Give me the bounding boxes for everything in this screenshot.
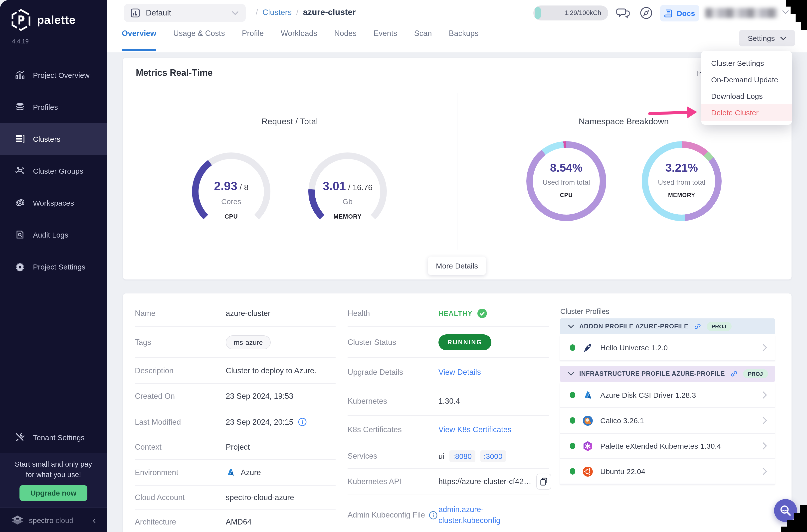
namespace-breakdown-title: Namespace Breakdown	[524, 117, 723, 127]
sidebar-item-profiles[interactable]: Profiles	[0, 91, 107, 123]
profile-item-hello-universe[interactable]: Hello Universe 1.2.0	[560, 335, 775, 361]
more-details-button[interactable]: More Details	[428, 256, 486, 275]
view-k8s-certificates-link[interactable]: View K8s Certificates	[438, 425, 511, 434]
status-dot	[570, 392, 575, 398]
tab-workloads[interactable]: Workloads	[281, 29, 317, 40]
namespace-cpu-percent: 8.54%	[526, 161, 606, 175]
profile-item-name: Palette eXtended Kubernetes 1.30.4	[600, 442, 721, 450]
chevron-down-icon	[232, 11, 239, 15]
row-value: Project	[226, 443, 250, 452]
tab-nodes[interactable]: Nodes	[334, 29, 356, 40]
link-icon[interactable]	[693, 322, 701, 330]
profile-item-calico[interactable]: Calico 3.26.1	[560, 408, 775, 434]
palette-logo[interactable]: palette	[11, 9, 76, 31]
service-port-link[interactable]: :8080	[450, 451, 475, 462]
info-icon[interactable]	[429, 511, 438, 519]
brand-name: palette	[37, 13, 76, 27]
tab-scan[interactable]: Scan	[414, 29, 432, 40]
memory-total-value: 16.76	[352, 183, 372, 192]
tab-backups[interactable]: Backups	[449, 29, 479, 40]
row-label: Services	[348, 452, 377, 461]
usage-quota-text: 1.29/100kCh	[565, 9, 601, 17]
azure-icon	[226, 468, 236, 477]
proj-badge: PROJ	[743, 369, 768, 378]
namespace-memory-percent: 3.21%	[642, 161, 721, 175]
ubuntu-icon	[582, 466, 593, 477]
copy-button[interactable]	[536, 474, 551, 490]
chat-icon[interactable]	[616, 6, 630, 20]
settings-button[interactable]: Settings	[739, 30, 795, 46]
row-value: Cluster to deploy to Azure.	[226, 366, 317, 375]
profile-item-ubuntu[interactable]: Ubuntu 22.04	[560, 459, 775, 484]
menu-item-on-demand-update[interactable]: On-Demand Update	[701, 71, 792, 88]
row-label: Kubernetes API	[348, 477, 401, 486]
sidebar-item-label: Cluster Groups	[33, 167, 84, 175]
sidebar-collapse-icon[interactable]: ‹	[93, 515, 96, 525]
tab-profile[interactable]: Profile	[242, 29, 264, 40]
user-chevron-down-icon[interactable]	[782, 10, 789, 15]
detail-row-tags: Tags ms-azure	[135, 327, 335, 358]
azure-icon	[582, 390, 593, 400]
search-icon	[779, 504, 792, 517]
metrics-card: Metrics Real-Time In Request / Total 2.9…	[123, 58, 791, 280]
sidebar-item-project-settings[interactable]: Project Settings	[0, 250, 107, 283]
slash: /	[239, 183, 242, 192]
infrastructure-profile-header[interactable]: INFRASTRUCTURE PROFILE AZURE-PROFILE PRO…	[560, 366, 775, 382]
addon-profile-header[interactable]: ADDON PROFILE AZURE-PROFILE PROJ	[560, 318, 775, 335]
row-label: K8s Certificates	[348, 425, 402, 434]
sidebar-item-audit-logs[interactable]: Audit Logs	[0, 218, 107, 250]
row-label: Cloud Account	[135, 493, 185, 502]
sidebar-item-workspaces[interactable]: Workspaces	[0, 187, 107, 218]
sidebar-item-label: Tenant Settings	[33, 433, 85, 441]
sidebar-item-cluster-groups[interactable]: Cluster Groups	[0, 155, 107, 187]
details-right-column: Health HEALTHY Cluster Status RUNNING Up…	[348, 300, 549, 532]
proj-badge: PROJ	[707, 322, 731, 331]
tab-overview[interactable]: Overview	[122, 29, 156, 40]
profile-header-text: ADDON PROFILE AZURE-PROFILE	[579, 323, 689, 330]
settings-dropdown-menu: Cluster Settings On-Demand Update Downlo…	[701, 51, 792, 125]
usage-progress	[535, 7, 541, 19]
menu-item-download-logs[interactable]: Download Logs	[701, 88, 792, 104]
user-menu-redacted[interactable]	[705, 8, 778, 18]
menu-item-cluster-settings[interactable]: Cluster Settings	[701, 55, 792, 71]
status-dot	[570, 443, 575, 449]
profile-item-azure-disk[interactable]: Azure Disk CSI Driver 1.28.3	[560, 383, 775, 408]
docs-button[interactable]: Docs	[660, 5, 699, 21]
details-left-column: Name azure-cluster Tags ms-azure Descrip…	[135, 300, 335, 532]
sidebar-item-tenant-settings[interactable]: Tenant Settings	[0, 423, 107, 451]
link-icon[interactable]	[730, 370, 738, 378]
tag-chip[interactable]: ms-azure	[226, 335, 271, 349]
breadcrumb-link-clusters[interactable]: Clusters	[262, 8, 292, 17]
upgrade-now-button[interactable]: Upgrade now	[19, 485, 87, 501]
sidebar-item-label: Clusters	[33, 134, 60, 143]
usage-quota-badge[interactable]: 1.29/100kCh	[533, 5, 608, 20]
row-label: Admin Kubeconfig File	[348, 511, 425, 519]
namespace-memory-label: MEMORY	[642, 192, 721, 198]
status-dot	[570, 344, 575, 351]
sidebar-item-label: Project Overview	[33, 71, 90, 79]
sidebar-item-project-overview[interactable]: Project Overview	[0, 59, 107, 91]
status-dot	[570, 417, 575, 424]
detail-row-description: Description Cluster to deploy to Azure.	[135, 358, 335, 384]
search-fab-button[interactable]	[774, 499, 797, 522]
tab-events[interactable]: Events	[373, 29, 397, 40]
sidebar-item-clusters[interactable]: Clusters	[0, 123, 107, 155]
service-port-link[interactable]: :3000	[480, 451, 506, 462]
row-label: Created On	[135, 392, 175, 401]
sidebar-nav: Project Overview Profiles Clusters Clust…	[0, 59, 107, 283]
profile-item-pxk[interactable]: Palette eXtended Kubernetes 1.30.4	[560, 434, 775, 459]
copy-icon	[540, 478, 547, 486]
cluster-details-card: Name azure-cluster Tags ms-azure Descrip…	[123, 293, 791, 532]
detail-row-architecture: Architecture AMD64	[135, 510, 335, 532]
row-label: Description	[135, 366, 173, 375]
detail-row-services: Services ui :8080 :3000	[348, 444, 549, 469]
view-details-link[interactable]: View Details	[438, 368, 481, 377]
kubeconfig-link[interactable]: admin.azure- cluster.kubeconfig	[438, 504, 500, 526]
info-icon[interactable]	[298, 418, 307, 426]
tab-usage-costs[interactable]: Usage & Costs	[173, 29, 225, 40]
compass-icon[interactable]	[639, 6, 653, 20]
menu-item-delete-cluster[interactable]: Delete Cluster	[701, 104, 792, 121]
profiles-icon	[15, 102, 25, 112]
project-selector[interactable]: Default	[124, 4, 246, 22]
cpu-unit: Cores	[189, 197, 274, 206]
